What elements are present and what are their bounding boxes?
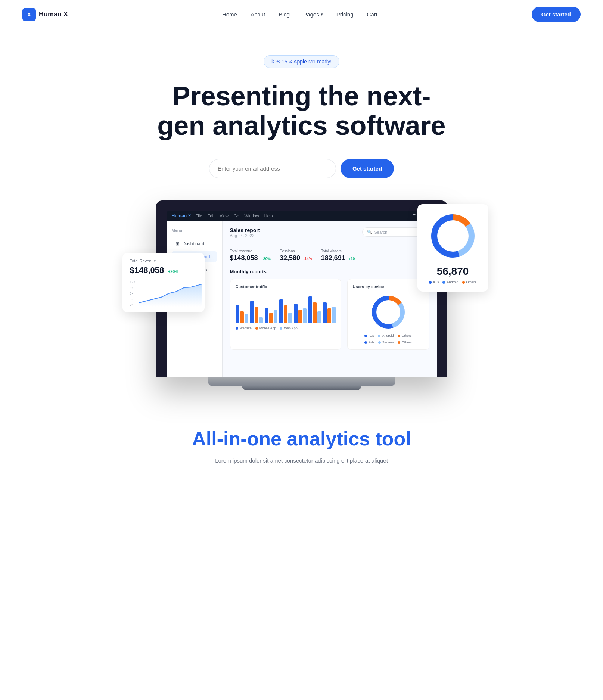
dashboard-icon: ⊞ bbox=[175, 241, 180, 246]
nav-about[interactable]: About bbox=[251, 11, 265, 18]
visitors-change-badge: +10 bbox=[348, 257, 355, 261]
users-by-device-title: Users by device bbox=[353, 284, 424, 289]
stat-visitors: Total visitors 182,691 +10 bbox=[321, 249, 355, 262]
ads-others-dot bbox=[398, 341, 400, 344]
nav-blog[interactable]: Blog bbox=[279, 11, 290, 18]
report-title: Sales report bbox=[230, 227, 260, 233]
nav-pricing[interactable]: Pricing bbox=[336, 11, 354, 18]
bar-mobile-3 bbox=[269, 313, 273, 323]
legend-android: Android bbox=[442, 280, 458, 284]
legend-others-device: Others bbox=[398, 334, 412, 337]
logo[interactable]: X Human X bbox=[22, 8, 68, 21]
hero-form: Get started bbox=[15, 159, 588, 178]
bar-group-2 bbox=[250, 301, 263, 323]
bar-web-2 bbox=[259, 317, 263, 323]
revenue-change-badge: +20% bbox=[261, 257, 271, 261]
bar-website-7 bbox=[323, 302, 327, 323]
bar-web-7 bbox=[332, 307, 336, 323]
legend-servers: Servers bbox=[378, 340, 394, 344]
others-dot bbox=[462, 281, 465, 284]
laptop-foot bbox=[242, 386, 361, 390]
sessions-change-badge: -14% bbox=[303, 257, 312, 261]
section2: All-in-one analytics tool Lorem ipsum do… bbox=[0, 390, 603, 488]
sidebar-title: Menu bbox=[172, 228, 217, 233]
legend-ios-device: iOS bbox=[364, 334, 374, 337]
customer-traffic-legend: Website Mobile App Web App bbox=[236, 326, 336, 330]
bar-web-3 bbox=[274, 310, 277, 323]
revenue-y-labels: 12k 9k 6k 3k 0k bbox=[130, 280, 136, 307]
hero-title: Presenting the next-gen analytics softwa… bbox=[152, 81, 451, 140]
bar-group-1 bbox=[236, 305, 248, 323]
servers-dot bbox=[378, 341, 381, 344]
bar-mobile-1 bbox=[240, 311, 244, 323]
legend-ads-others: Others bbox=[398, 340, 412, 344]
legend-ios: iOS bbox=[429, 280, 439, 284]
nav-cart[interactable]: Cart bbox=[367, 11, 377, 18]
donut-float-chart bbox=[429, 212, 477, 260]
bar-web-6 bbox=[317, 311, 321, 323]
bar-website-2 bbox=[250, 301, 254, 323]
website-dot bbox=[236, 327, 238, 330]
report-header: Sales report Aug 24, 2022 bbox=[230, 227, 260, 238]
hero-badge: iOS 15 & Apple M1 ready! bbox=[264, 55, 339, 68]
revenue-value: $148,058 bbox=[130, 265, 164, 275]
ads-dot bbox=[364, 341, 367, 344]
section2-subtitle: Lorem ipsum dolor sit amet consectetur a… bbox=[205, 456, 399, 466]
bar-mobile-7 bbox=[327, 308, 331, 323]
section2-title: All-in-one analytics tool bbox=[22, 427, 581, 450]
android-device-dot bbox=[378, 335, 380, 337]
logo-text: Human X bbox=[39, 10, 68, 18]
stat-revenue: Total revenue $148,058 +20% bbox=[230, 249, 271, 262]
ios-device-dot bbox=[364, 335, 367, 337]
revenue-change: +20% bbox=[168, 269, 178, 274]
customer-traffic-card: Customer traffic bbox=[230, 279, 341, 350]
menu-go: Go bbox=[234, 214, 239, 218]
main-content: Sales report Aug 24, 2022 🔍 Search Total… bbox=[223, 221, 437, 377]
nav-pages[interactable]: Pages ▾ bbox=[303, 11, 323, 18]
hero-get-started-button[interactable]: Get started bbox=[341, 159, 394, 178]
search-placeholder: Search bbox=[374, 230, 388, 234]
menu-view: View bbox=[220, 214, 229, 218]
bar-group-4 bbox=[279, 299, 292, 323]
chevron-down-icon: ▾ bbox=[321, 12, 323, 17]
mobile-dot bbox=[255, 327, 258, 330]
users-donut-chart bbox=[370, 293, 407, 331]
bar-mobile-6 bbox=[313, 302, 317, 323]
bar-web-4 bbox=[288, 313, 292, 323]
nav-home[interactable]: Home bbox=[222, 11, 237, 18]
donut-float-card: 56,870 iOS Android Others bbox=[417, 204, 488, 292]
laptop-topbar: Human X File Edit View Go Window Help Th… bbox=[167, 211, 437, 221]
legend-mobile-app: Mobile App bbox=[255, 326, 276, 330]
customer-traffic-title: Customer traffic bbox=[236, 284, 336, 289]
menu-file: File bbox=[196, 214, 202, 218]
nav-get-started-button[interactable]: Get started bbox=[532, 7, 581, 22]
others-device-dot bbox=[398, 335, 400, 337]
bar-group-6 bbox=[308, 296, 321, 323]
menu-help: Help bbox=[264, 214, 273, 218]
report-date: Aug 24, 2022 bbox=[230, 233, 260, 238]
legend-website: Website bbox=[236, 326, 252, 330]
revenue-chart: 12k 9k 6k 3k 0k bbox=[130, 280, 197, 307]
laptop-base bbox=[156, 377, 447, 386]
sidebar-item-dashboard[interactable]: ⊞ Dashboard bbox=[172, 238, 217, 249]
revenue-label: Total Revenue bbox=[130, 259, 197, 263]
revenue-float-card: Total Revenue $148,058 +20% 12k 9k 6k 3k… bbox=[122, 253, 205, 312]
web-dot bbox=[280, 327, 282, 330]
menu-edit: Edit bbox=[207, 214, 214, 218]
dashboard-screen: Menu ⊞ Dashboard 📊 Sales Report 📣 Campai… bbox=[167, 221, 437, 377]
nav-links: Home About Blog Pages ▾ Pricing Cart bbox=[222, 11, 377, 18]
bar-website-4 bbox=[279, 299, 283, 323]
bar-group-7 bbox=[323, 302, 336, 323]
android-dot bbox=[442, 281, 445, 284]
laptop-logo: Human X bbox=[172, 213, 191, 218]
users-by-device-card: Users by device bbox=[347, 279, 429, 350]
users-device-legend: iOS Android Others bbox=[353, 334, 424, 337]
bar-website-6 bbox=[308, 296, 312, 323]
legend-web-app: Web App bbox=[280, 326, 297, 330]
legend-android-device: Android bbox=[378, 334, 394, 337]
bar-mobile-2 bbox=[255, 307, 258, 323]
stats-row: Total revenue $148,058 +20% Sessions 32,… bbox=[230, 249, 429, 262]
revenue-sparkline bbox=[139, 280, 202, 307]
search-icon: 🔍 bbox=[367, 230, 372, 234]
email-input[interactable] bbox=[209, 159, 336, 178]
